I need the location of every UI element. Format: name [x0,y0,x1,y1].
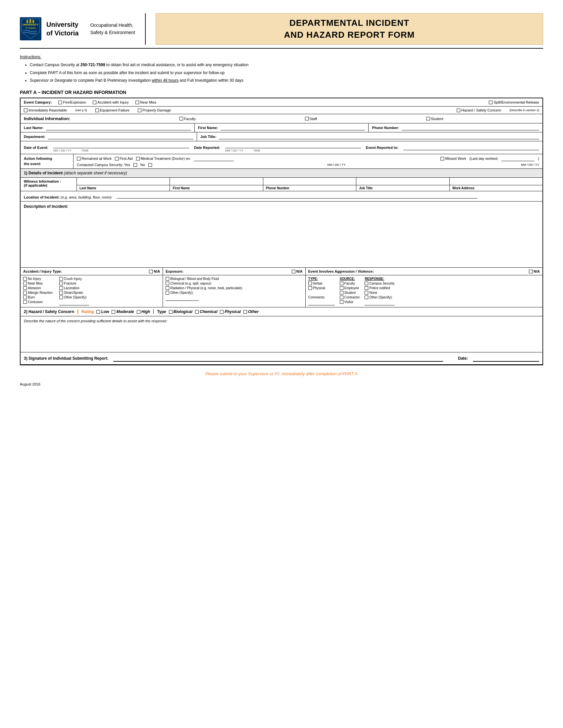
moderate-rating-option[interactable]: Moderate [112,309,134,314]
missed-work-option[interactable]: Missed Work [441,157,466,160]
first-aid-checkbox[interactable] [115,157,118,160]
signature-field[interactable] [113,355,443,362]
signature-date-field[interactable] [473,355,539,362]
description-field[interactable] [24,210,539,263]
chem-type-option[interactable]: Chemical [195,309,217,314]
police-checkbox[interactable] [365,286,368,290]
property-damage-checkbox[interactable] [138,109,141,112]
phone-field[interactable] [402,125,539,130]
laceration-option[interactable]: Laceration [59,286,89,290]
event-reported-field[interactable] [403,145,539,150]
other-inj-checkbox[interactable] [59,296,63,299]
hazard-concern-option[interactable]: Hazard / Safety Concern [457,108,501,112]
source-contractor-checkbox[interactable] [340,296,344,299]
allergic-option[interactable]: Allergic Reaction [23,291,53,295]
campus-sec-checkbox[interactable] [365,282,368,285]
laceration-checkbox[interactable] [59,286,63,290]
burn-option[interactable]: Burn [23,296,53,299]
aggression-na-option[interactable]: N/A [529,269,540,273]
bio-type-checkbox[interactable] [169,310,172,314]
other-exp-field[interactable] [165,296,199,301]
first-name-field[interactable] [220,125,365,130]
contacted-yes-checkbox[interactable] [133,163,137,167]
no-injury-option[interactable]: No Injury [23,277,53,281]
near-miss-inj-option[interactable]: Near Miss [23,282,53,285]
date-reported-field[interactable] [225,143,361,148]
verbal-option[interactable]: Verbal [308,282,335,285]
witness-firstname-field[interactable] [170,178,263,185]
other-inj-option[interactable]: Other (Specify): [59,296,89,299]
immediately-reportable-checkbox[interactable] [24,109,27,112]
witness-lastname-field[interactable] [77,178,170,185]
none-resp-checkbox[interactable] [365,291,368,295]
spill-release-option[interactable]: Spill/Environmental Release [489,100,539,104]
accident-na-checkbox[interactable] [149,270,153,273]
staff-option[interactable]: Staff [305,117,317,121]
chem-type-checkbox[interactable] [195,310,199,314]
equipment-failure-checkbox[interactable] [95,109,99,112]
medical-date-field[interactable] [194,156,234,161]
student-option[interactable]: Student [426,117,444,121]
strain-checkbox[interactable] [59,291,63,295]
exposure-na-checkbox[interactable] [292,270,296,273]
fracture-checkbox[interactable] [59,282,63,285]
aggression-na-checkbox[interactable] [529,270,533,273]
student-checkbox[interactable] [426,117,430,120]
spill-checkbox[interactable] [489,101,493,104]
physical-checkbox[interactable] [308,286,312,290]
staff-checkbox[interactable] [305,117,309,120]
immediately-reportable-option[interactable]: Immediately Reportable [24,108,67,112]
allergic-checkbox[interactable] [23,291,27,295]
campus-sec-option[interactable]: Campus Security [365,282,395,285]
chemical-checkbox[interactable] [165,282,169,285]
strain-option[interactable]: Strain/Sprain [59,291,89,295]
equipment-failure-option[interactable]: Equipment Failure [95,108,129,112]
other-type-checkbox[interactable] [243,310,247,314]
last-name-field[interactable] [46,125,191,130]
missed-work-checkbox[interactable] [441,157,444,160]
radiation-option[interactable]: Radiation / Physical (e.g. noise, heat, … [165,286,303,290]
crush-checkbox[interactable] [59,277,63,281]
high-rating-checkbox[interactable] [137,310,140,314]
abrasion-option[interactable]: Abrasion [23,286,53,290]
chemical-option[interactable]: Chemical (e.g. spill, vapour) [165,282,303,285]
other-resp-field[interactable] [365,300,395,305]
bio-type-option[interactable]: Biological [169,309,192,314]
accident-injury-option[interactable]: Accident with Injury [93,100,129,104]
remained-work-option[interactable]: Remained at Work [77,157,112,160]
last-day-field[interactable] [501,156,535,161]
low-rating-checkbox[interactable] [96,310,100,314]
no-injury-checkbox[interactable] [23,277,27,281]
source-visitor-option[interactable]: Visitor [340,300,360,304]
source-student-option[interactable]: Student [340,291,360,295]
faculty-option[interactable]: Faculty [179,117,196,121]
burn-checkbox[interactable] [23,296,27,299]
near-miss-inj-checkbox[interactable] [23,282,27,285]
hazard-desc-field[interactable] [24,323,539,349]
date-event-field[interactable] [53,143,189,148]
dept-field[interactable] [48,134,193,139]
witness-phone-field[interactable] [263,178,356,185]
other-inj-field[interactable] [59,300,89,305]
property-damage-option[interactable]: Property Damage [138,108,171,112]
medical-treatment-option[interactable]: Medical Treatment (Doctor) on: [136,157,191,160]
witness-address-field[interactable] [450,178,542,185]
source-employee-option[interactable]: Employee [340,286,360,290]
source-contractor-option[interactable]: Contractor [340,296,360,299]
medical-treatment-checkbox[interactable] [136,157,140,160]
verbal-checkbox[interactable] [308,282,312,285]
fracture-option[interactable]: Fracture [59,282,89,285]
source-student-checkbox[interactable] [340,291,344,295]
first-aid-option[interactable]: First Aid [115,157,133,160]
location-field[interactable] [117,193,477,199]
contacted-no-checkbox[interactable] [148,163,152,167]
accident-injury-checkbox[interactable] [93,101,96,104]
other-exp-checkbox[interactable] [165,291,169,295]
other-exp-option[interactable]: Other (Specify): [165,291,303,295]
other-resp-checkbox[interactable] [365,296,368,299]
high-rating-option[interactable]: High [137,309,150,314]
phys-type-checkbox[interactable] [220,310,223,314]
phys-type-option[interactable]: Physical [220,309,241,314]
witness-jobtitle-field[interactable] [356,178,449,185]
source-employee-checkbox[interactable] [340,286,344,290]
